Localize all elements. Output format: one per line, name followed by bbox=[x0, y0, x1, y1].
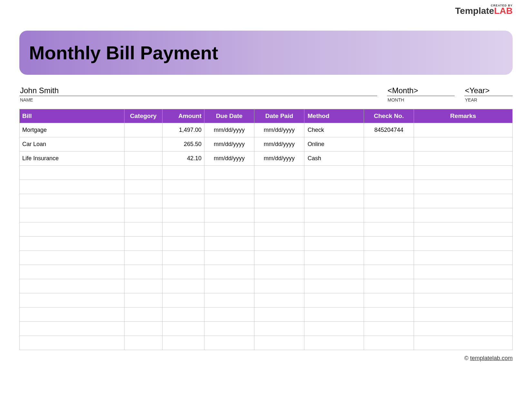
cell-check-no[interactable] bbox=[364, 180, 414, 194]
cell-check-no[interactable] bbox=[364, 322, 414, 336]
cell-category[interactable] bbox=[124, 251, 163, 265]
cell-date-paid[interactable] bbox=[254, 336, 304, 350]
cell-amount[interactable] bbox=[163, 293, 204, 308]
cell-method[interactable] bbox=[304, 322, 364, 336]
cell-amount[interactable] bbox=[163, 237, 204, 251]
cell-check-no[interactable] bbox=[364, 265, 414, 279]
cell-bill[interactable] bbox=[20, 336, 124, 350]
cell-remarks[interactable] bbox=[414, 166, 513, 180]
cell-bill[interactable] bbox=[20, 279, 124, 293]
cell-category[interactable] bbox=[124, 180, 163, 194]
cell-amount[interactable] bbox=[163, 279, 204, 293]
cell-method[interactable] bbox=[304, 194, 364, 208]
cell-category[interactable] bbox=[124, 279, 163, 293]
cell-method[interactable] bbox=[304, 308, 364, 322]
cell-amount[interactable] bbox=[163, 222, 204, 237]
cell-date-paid[interactable]: mm/dd/yyyy bbox=[254, 123, 304, 137]
cell-category[interactable] bbox=[124, 166, 163, 180]
cell-amount[interactable] bbox=[163, 336, 204, 350]
cell-date-paid[interactable] bbox=[254, 208, 304, 222]
cell-due-date[interactable] bbox=[204, 194, 254, 208]
cell-bill[interactable] bbox=[20, 322, 124, 336]
cell-date-paid[interactable] bbox=[254, 265, 304, 279]
cell-remarks[interactable] bbox=[414, 322, 513, 336]
cell-bill[interactable] bbox=[20, 251, 124, 265]
cell-due-date[interactable]: mm/dd/yyyy bbox=[204, 152, 254, 166]
cell-due-date[interactable] bbox=[204, 237, 254, 251]
cell-due-date[interactable] bbox=[204, 265, 254, 279]
cell-bill[interactable] bbox=[20, 180, 124, 194]
cell-due-date[interactable] bbox=[204, 322, 254, 336]
cell-category[interactable] bbox=[124, 152, 163, 166]
cell-date-paid[interactable] bbox=[254, 322, 304, 336]
cell-due-date[interactable] bbox=[204, 293, 254, 308]
cell-category[interactable] bbox=[124, 265, 163, 279]
cell-remarks[interactable] bbox=[414, 208, 513, 222]
cell-due-date[interactable] bbox=[204, 251, 254, 265]
cell-date-paid[interactable]: mm/dd/yyyy bbox=[254, 152, 304, 166]
cell-amount[interactable]: 42.10 bbox=[163, 152, 204, 166]
year-value[interactable]: <Year> bbox=[464, 86, 513, 96]
cell-category[interactable] bbox=[124, 336, 163, 350]
cell-check-no[interactable] bbox=[364, 279, 414, 293]
cell-date-paid[interactable] bbox=[254, 251, 304, 265]
cell-remarks[interactable] bbox=[414, 180, 513, 194]
cell-method[interactable] bbox=[304, 180, 364, 194]
cell-category[interactable] bbox=[124, 194, 163, 208]
cell-amount[interactable] bbox=[163, 265, 204, 279]
cell-amount[interactable] bbox=[163, 208, 204, 222]
cell-category[interactable] bbox=[124, 222, 163, 237]
month-value[interactable]: <Month> bbox=[387, 86, 455, 96]
cell-category[interactable] bbox=[124, 137, 163, 152]
cell-check-no[interactable] bbox=[364, 336, 414, 350]
cell-amount[interactable] bbox=[163, 166, 204, 180]
cell-amount[interactable] bbox=[163, 180, 204, 194]
cell-amount[interactable]: 1,497.00 bbox=[163, 123, 204, 137]
cell-remarks[interactable] bbox=[414, 222, 513, 237]
cell-category[interactable] bbox=[124, 322, 163, 336]
cell-remarks[interactable] bbox=[414, 194, 513, 208]
cell-bill[interactable] bbox=[20, 265, 124, 279]
cell-amount[interactable] bbox=[163, 308, 204, 322]
cell-amount[interactable] bbox=[163, 194, 204, 208]
cell-check-no[interactable] bbox=[364, 237, 414, 251]
name-value[interactable]: John Smith bbox=[19, 86, 377, 96]
cell-check-no[interactable] bbox=[364, 194, 414, 208]
cell-due-date[interactable]: mm/dd/yyyy bbox=[204, 137, 254, 152]
cell-date-paid[interactable] bbox=[254, 237, 304, 251]
cell-amount[interactable] bbox=[163, 251, 204, 265]
cell-due-date[interactable] bbox=[204, 336, 254, 350]
cell-due-date[interactable]: mm/dd/yyyy bbox=[204, 123, 254, 137]
cell-bill[interactable] bbox=[20, 237, 124, 251]
cell-remarks[interactable] bbox=[414, 237, 513, 251]
cell-method[interactable] bbox=[304, 293, 364, 308]
cell-due-date[interactable] bbox=[204, 222, 254, 237]
cell-remarks[interactable] bbox=[414, 137, 513, 152]
cell-method[interactable] bbox=[304, 237, 364, 251]
cell-bill[interactable] bbox=[20, 194, 124, 208]
cell-bill[interactable] bbox=[20, 293, 124, 308]
cell-check-no[interactable] bbox=[364, 308, 414, 322]
cell-method[interactable] bbox=[304, 279, 364, 293]
cell-amount[interactable]: 265.50 bbox=[163, 137, 204, 152]
cell-method[interactable] bbox=[304, 208, 364, 222]
cell-date-paid[interactable] bbox=[254, 194, 304, 208]
cell-check-no[interactable] bbox=[364, 137, 414, 152]
footer-link[interactable]: templatelab.com bbox=[470, 355, 513, 361]
cell-bill[interactable] bbox=[20, 166, 124, 180]
cell-remarks[interactable] bbox=[414, 123, 513, 137]
cell-method[interactable] bbox=[304, 222, 364, 237]
cell-method[interactable] bbox=[304, 166, 364, 180]
cell-due-date[interactable] bbox=[204, 180, 254, 194]
cell-category[interactable] bbox=[124, 293, 163, 308]
cell-bill[interactable]: Car Loan bbox=[20, 137, 124, 152]
cell-remarks[interactable] bbox=[414, 336, 513, 350]
cell-date-paid[interactable] bbox=[254, 180, 304, 194]
cell-due-date[interactable] bbox=[204, 308, 254, 322]
cell-remarks[interactable] bbox=[414, 251, 513, 265]
cell-date-paid[interactable]: mm/dd/yyyy bbox=[254, 137, 304, 152]
cell-remarks[interactable] bbox=[414, 279, 513, 293]
cell-due-date[interactable] bbox=[204, 166, 254, 180]
cell-date-paid[interactable] bbox=[254, 222, 304, 237]
cell-bill[interactable]: Life Insurance bbox=[20, 152, 124, 166]
